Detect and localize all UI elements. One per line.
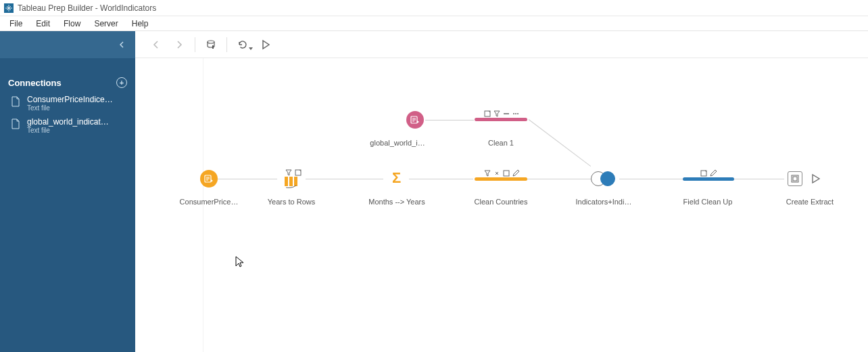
sidebar-collapse-bar[interactable] [0,31,135,58]
edit-icon [710,167,717,174]
canvas-area: ConsumerPrice… Years to Rows Σ Months --… [135,31,868,352]
app-icon [4,3,14,13]
more-icon [512,108,519,114]
node-label: Clean Countries [464,198,538,206]
forward-button[interactable] [168,33,191,56]
run-output-icon[interactable] [811,174,821,183]
clean-node-countries[interactable] [475,177,527,181]
connector-line [527,179,593,179]
menu-edit[interactable]: Edit [29,18,57,30]
aggregate-node[interactable]: Σ [392,169,401,187]
link-icon [493,167,500,174]
node-label: global_world_i… [360,139,435,147]
flow-canvas[interactable]: ConsumerPrice… Years to Rows Σ Months --… [135,58,868,352]
window-titlebar: Tableau Prep Builder - WorldIndicators [0,0,868,16]
filter-icon [493,108,500,114]
svg-rect-6 [285,177,288,186]
svg-point-14 [517,113,519,114]
node-label: Create Extract [769,198,850,206]
svg-rect-8 [294,177,297,186]
connections-header: Connections + [0,70,135,92]
connector-line [409,179,473,179]
connector-line [218,179,277,179]
svg-point-1 [208,41,214,43]
output-node[interactable] [788,171,802,186]
node-label: Clean 1 [464,139,538,147]
join-node[interactable] [591,171,618,187]
menu-help[interactable]: Help [125,18,155,30]
connector-line [306,179,383,179]
add-connection-button[interactable]: + [116,77,127,88]
separator [226,37,227,52]
svg-rect-7 [289,177,293,186]
pivot-node[interactable] [284,175,299,190]
menu-server[interactable]: Server [87,18,124,30]
menubar: File Edit Flow Server Help [0,16,868,31]
svg-rect-3 [212,47,214,47]
step-mini-icons [484,167,519,174]
calc-icon [503,167,510,174]
connection-type: Text file [27,127,109,134]
menu-file[interactable]: File [3,18,29,30]
connection-name: ConsumerPriceIndice… [27,95,113,104]
connection-item[interactable]: ConsumerPriceIndice… Text file [0,92,135,114]
connection-type: Text file [27,104,113,112]
file-icon [11,96,20,107]
connections-label: Connections [8,78,62,88]
chevron-left-icon [119,39,124,50]
menu-flow[interactable]: Flow [57,18,87,30]
node-label: Months --> Years [360,198,434,206]
clean-node-1[interactable] [475,118,527,121]
window-title: Tableau Prep Builder - WorldIndicators [18,3,156,13]
file-icon [11,118,20,129]
separator [195,37,195,52]
edit-icon [512,167,519,174]
clean-node-fieldcleanup[interactable] [683,177,734,181]
rename-icon [700,167,707,174]
remove-icon [503,108,510,114]
node-label: Field Clean Up [671,198,745,206]
connector-line [425,120,474,120]
connections-sidebar: Connections + ConsumerPriceIndice… Text … [0,31,135,352]
svg-point-12 [513,113,514,114]
filter-icon [285,167,292,173]
step-mini-icons [700,167,717,174]
rename-icon [295,167,302,173]
data-sample-button[interactable] [199,33,222,56]
mouse-cursor-icon [235,256,245,268]
filter-icon [484,167,491,174]
connection-name: global_world_indicat… [27,117,109,127]
input-node-global[interactable] [406,111,424,129]
step-mini-icons [484,108,519,114]
input-node-consumer[interactable] [200,170,218,188]
step-mini-icons [285,167,302,173]
rename-icon [484,108,491,114]
refresh-button[interactable] [231,33,254,56]
node-label: ConsumerPrice… [172,198,246,206]
svg-point-13 [515,113,516,114]
node-label: Years to Rows [254,198,329,206]
node-label: Indicators+Indi… [566,198,641,206]
run-button[interactable] [254,33,277,56]
svg-rect-17 [793,177,797,181]
toolbar [135,31,868,58]
back-button[interactable] [145,33,168,56]
connection-item[interactable]: global_world_indicat… Text file [0,114,135,137]
svg-rect-9 [504,171,509,176]
